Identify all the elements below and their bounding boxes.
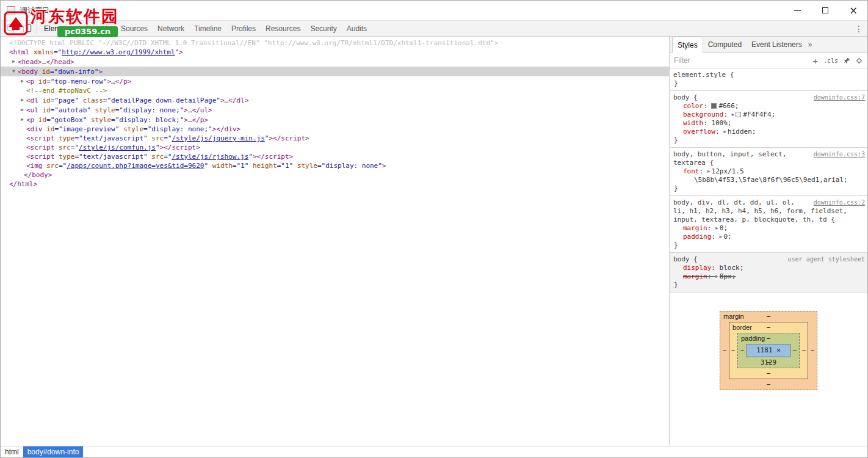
margin-bottom-value[interactable]: −	[767, 380, 771, 388]
syntax-token: >	[179, 48, 183, 56]
resource-link[interactable]: /style/js/comfun.js	[79, 144, 156, 151]
margin-left-value[interactable]: −	[720, 347, 729, 355]
expand-arrow-icon[interactable]: ▶	[18, 76, 26, 85]
css-property[interactable]: padding: ▶0;	[673, 233, 865, 241]
dom-tree-line[interactable]: ▶<dl id="page" class="detailPage down-de…	[1, 95, 669, 105]
css-property[interactable]: font: ▶12px/1.5	[673, 167, 865, 176]
box-model-margin[interactable]: margin − − border − − padding −	[720, 311, 817, 390]
border-top-value[interactable]: −	[767, 324, 771, 332]
padding-top-value[interactable]: −	[767, 335, 771, 343]
css-property[interactable]: margin: ▶0;	[673, 224, 865, 233]
dom-tree-line[interactable]: <script type="text/javascript" src="/sty…	[1, 134, 669, 143]
stylesheet-link[interactable]: downinfo.css:2	[814, 198, 865, 207]
syntax-token: style	[119, 125, 143, 133]
dom-tree-line[interactable]: <!--end #topNavC -->	[1, 86, 669, 95]
sidebar-tab-styles[interactable]: Styles	[672, 37, 703, 53]
tab-security[interactable]: Security	[305, 21, 341, 36]
css-property[interactable]: background: ▶#F4F4F4;	[673, 111, 865, 119]
syntax-token: <script	[26, 144, 54, 151]
color-swatch[interactable]	[736, 112, 741, 117]
collapse-arrow-icon[interactable]: ▼	[10, 67, 18, 76]
expand-arrow-icon[interactable]: ▶	[731, 111, 734, 119]
resource-link[interactable]: /style/js/jquery-min.js	[172, 134, 264, 142]
stylesheet-link[interactable]: downinfo.css:7	[814, 93, 865, 102]
border-bottom-value[interactable]: −	[767, 369, 771, 377]
css-property[interactable]: width: 100%;	[673, 119, 865, 128]
resource-link[interactable]: /apps/count.php?image=yes&tid=9620	[67, 162, 204, 170]
expand-arrow-icon[interactable]: ▶	[720, 233, 723, 241]
dom-tree-line[interactable]: ▶<head>…</head>	[1, 57, 669, 67]
box-model-content[interactable]: 1181 × 3129	[747, 344, 790, 357]
css-sections: element.style {}body {downinfo.css:7colo…	[670, 68, 867, 293]
dom-tree-line[interactable]: <script type="text/javascript" src="/sty…	[1, 152, 669, 161]
dom-tree-line[interactable]: <script src="/style/js/comfun.js"></scri…	[1, 143, 669, 152]
dom-tree-line[interactable]: <html xmlns="http://www.w3.org/1999/xhtm…	[1, 48, 669, 57]
styles-filter-input[interactable]	[673, 56, 812, 65]
inspect-element-icon[interactable]	[3, 21, 19, 36]
tab-sources[interactable]: Sources	[116, 21, 153, 36]
dom-tree-line[interactable]: <div id="image-preview" style="display: …	[1, 125, 669, 134]
dom-tree-line[interactable]: ▼<body id="down-info">	[1, 67, 669, 76]
dom-tree-line[interactable]: ▶<ul id="autotab" style="display: none;"…	[1, 105, 669, 115]
tab-network[interactable]: Network	[153, 21, 189, 36]
stylesheet-link[interactable]: downinfo.css:3	[814, 150, 865, 159]
syntax-token: id	[43, 125, 55, 133]
dom-tree-line[interactable]: </body>	[1, 170, 669, 180]
syntax-token: style	[87, 116, 111, 124]
element-classes-button[interactable]: .cls	[823, 57, 838, 64]
tab-console[interactable]: Console	[79, 21, 116, 36]
minimize-button[interactable]	[783, 1, 811, 20]
box-model-border[interactable]: border − − padding − −	[729, 322, 808, 379]
device-toolbar-icon[interactable]	[19, 21, 35, 36]
padding-left-value[interactable]: −	[738, 347, 747, 355]
dom-tree-line[interactable]: <!DOCTYPE html PUBLIC "-//W3C//DTD XHTML…	[1, 38, 669, 48]
border-left-value[interactable]: −	[729, 347, 737, 355]
padding-right-value[interactable]: −	[790, 347, 799, 355]
css-property[interactable]: display: block;	[673, 264, 865, 272]
close-button[interactable]: ×	[839, 1, 867, 20]
border-right-value[interactable]: −	[800, 347, 808, 355]
syntax-token: </ul>	[192, 106, 212, 114]
expand-arrow-icon[interactable]: ▶	[715, 272, 718, 281]
dom-tree-line[interactable]: ▶<p id="top-menu-row">…</p>	[1, 76, 669, 86]
expand-arrow-icon[interactable]: ▶	[707, 167, 711, 176]
expand-arrow-icon[interactable]: ▶	[723, 128, 726, 136]
expand-arrow-icon[interactable]: ▶	[18, 95, 26, 104]
sidebar-tabs-overflow-icon[interactable]: »	[807, 37, 817, 53]
css-selector: body, div, dl, dt, dd, ul, ol,	[673, 198, 795, 207]
tab-elements[interactable]: Elements	[39, 21, 79, 36]
css-property[interactable]: margin: ▶8px;	[673, 272, 865, 281]
tab-resources[interactable]: Resources	[261, 21, 305, 36]
box-model-padding[interactable]: padding − − 1181 × 3129 −	[737, 333, 800, 368]
dom-tree-line[interactable]: ▶<p id="gotoBox" style="display: block;"…	[1, 115, 669, 125]
expand-arrow-icon[interactable]: ▶	[10, 57, 18, 66]
css-rule: body, button, input, select,downinfo.css…	[670, 148, 867, 196]
tab-profiles[interactable]: Profiles	[226, 21, 261, 36]
toggle-element-state-icon[interactable]	[856, 57, 863, 64]
dom-tree-line[interactable]: <img src="/apps/count.php?image=yes&tid=…	[1, 161, 669, 170]
styles-filter-row: + .cls	[670, 53, 867, 68]
new-style-rule-icon[interactable]: +	[812, 56, 818, 65]
window-title: 调试窗口	[20, 5, 49, 16]
tab-audits[interactable]: Audits	[342, 21, 372, 36]
breadcrumb-item[interactable]: html	[1, 446, 23, 457]
maximize-button[interactable]	[811, 1, 839, 20]
more-options-icon[interactable]: ⋮	[850, 21, 867, 36]
color-swatch[interactable]	[711, 103, 717, 109]
sidebar-tab-event-listeners[interactable]: Event Listeners	[747, 37, 807, 53]
css-property[interactable]: overflow: ▶hidden;	[673, 128, 865, 136]
pin-icon[interactable]	[844, 57, 850, 64]
dom-tree-line[interactable]: </html>	[1, 180, 669, 189]
margin-top-value[interactable]: −	[767, 313, 771, 321]
breadcrumb-item[interactable]: body#down-info	[23, 446, 84, 457]
tab-timeline[interactable]: Timeline	[189, 21, 226, 36]
sidebar-tab-computed[interactable]: Computed	[703, 37, 747, 53]
box-model-diagram[interactable]: margin − − border − − padding −	[670, 293, 867, 396]
resource-link[interactable]: /style/js/rjshow.js	[172, 153, 248, 161]
expand-arrow-icon[interactable]: ▶	[715, 224, 718, 233]
resource-link[interactable]: http://www.w3.org/1999/xhtml	[62, 48, 175, 56]
expand-arrow-icon[interactable]: ▶	[18, 105, 26, 114]
expand-arrow-icon[interactable]: ▶	[18, 115, 26, 124]
css-property[interactable]: color: #666;	[673, 102, 865, 111]
margin-right-value[interactable]: −	[808, 347, 817, 355]
